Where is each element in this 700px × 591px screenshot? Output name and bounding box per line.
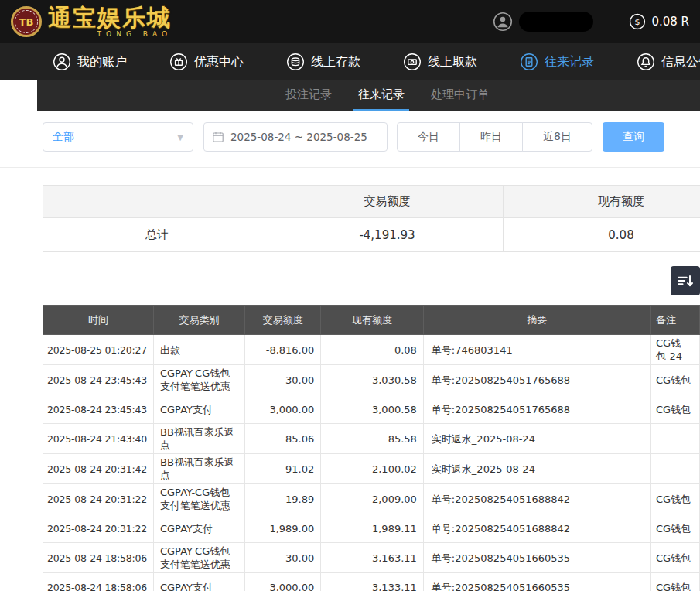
table-row: 2025-08-24 20:31:22 CGPAY支付 1,989.00 1,9… [43,514,700,543]
nav-item-label: 线上取款 [428,54,477,70]
cell-balance: 3,030.58 [321,365,424,395]
main-nav: 我的账户 优惠中心 线上存款 线上取款 [0,43,700,80]
summary-header-empty [43,186,271,218]
cell-amount: 91.02 [244,454,320,484]
cell-balance: 0.08 [321,335,424,365]
logo-title: 通宝娱乐城 [48,5,172,30]
topbar-right: $ 0.08 R [493,12,689,32]
site-logo[interactable]: TB 通宝娱乐城 TONG BAO [11,5,172,39]
table-row: 2025-08-24 21:43:40 BB视讯百家乐返点 85.06 85.5… [43,424,700,454]
cell-note [650,424,699,454]
cell-balance: 3,133.11 [321,573,424,591]
cell-time: 2025-08-24 18:58:06 [43,543,154,573]
table-row: 2025-08-24 18:58:06 CGPAY-CG钱包支付笔笔送优惠 30… [43,543,700,573]
nav-item-records[interactable]: 往来记录 [520,53,594,71]
svg-text:$: $ [635,17,640,27]
cell-amount: 3,000.00 [244,395,320,424]
filter-row: 全部 ▼ 2025-08-24 ~ 2025-08-25 今日 昨日 近8日 查… [43,122,700,152]
nav-item-label: 线上存款 [311,54,360,70]
type-select[interactable]: 全部 ▼ [43,122,193,152]
tab-transaction-records[interactable]: 往来记录 [353,80,409,111]
summary-header-transaction: 交易额度 [271,186,504,218]
cell-type: CGPAY-CG钱包支付笔笔送优惠 [153,484,244,514]
cell-summary: 单号:202508254051660535 [423,543,650,573]
cell-type: BB视讯百家乐返点 [153,454,244,484]
cell-type: CGPAY-CG钱包支付笔笔送优惠 [153,365,244,395]
cell-type: CGPAY支付 [153,573,244,591]
summary-total-row: 总计 -4,191.93 0.08 [43,218,700,252]
cell-amount: 85.06 [244,424,320,454]
nav-item-deposit[interactable]: 线上存款 [286,53,360,71]
tab-betting-records[interactable]: 投注记录 [281,80,336,111]
cell-time: 2025-08-24 20:31:22 [43,514,154,543]
nav-item-my-account[interactable]: 我的账户 [53,53,127,71]
date-range-picker[interactable]: 2025-08-24 ~ 2025-08-25 [203,122,388,152]
cell-amount: 30.00 [244,543,320,573]
table-row: 2025-08-24 20:31:42 BB视讯百家乐返点 91.02 2,10… [43,454,700,484]
topbar: TB 通宝娱乐城 TONG BAO $ 0.08 R [0,0,700,43]
chevron-down-icon: ▼ [177,133,183,142]
nav-item-withdraw[interactable]: 线上取款 [403,53,477,71]
cell-summary: 单号:746803141 [423,335,650,365]
withdraw-icon [403,53,422,71]
cell-summary: 单号:202508254051765688 [423,365,650,395]
cell-note: CG钱包 [650,365,699,395]
header-note: 备注 [650,306,699,335]
table-row: 2025-08-24 18:58:06 CGPAY支付 3,000.00 3,1… [43,573,700,591]
summary-table: 交易额度 现有额度 总计 -4,191.93 0.08 [43,185,700,252]
last-8-days-button[interactable]: 近8日 [522,122,592,152]
cell-summary: 单号:202508254051688842 [423,484,650,514]
cell-note: CG钱包 [650,395,699,424]
quick-date-buttons: 今日 昨日 近8日 [397,122,592,152]
table-row: 2025-08-24 23:45:43 CGPAY支付 3,000.00 3,0… [43,395,700,424]
date-range-value: 2025-08-24 ~ 2025-08-25 [230,131,367,143]
cell-type: 出款 [153,335,244,365]
nav-item-label: 我的账户 [77,54,127,70]
header-time: 时间 [43,306,154,335]
cell-summary: 单号:202508254051688842 [423,514,650,543]
chip-label: TB [19,16,34,28]
header-balance: 现有额度 [321,306,424,335]
cell-amount: -8,816.00 [244,335,320,365]
cell-note [650,454,699,484]
cell-summary: 单号:202508254051765688 [423,395,650,424]
cell-time: 2025-08-24 20:31:22 [43,484,154,514]
cell-amount: 3,000.00 [244,573,320,591]
sort-row [0,266,700,296]
cell-summary: 实时返水_2025-08-24 [423,454,650,484]
balance-amount: 0.08 R [651,15,689,29]
calendar-icon [212,131,224,143]
cell-summary: 实时返水_2025-08-24 [423,424,650,454]
user-avatar-icon[interactable] [493,12,513,32]
user-icon [53,53,71,71]
search-button[interactable]: 查询 [603,122,664,152]
cell-amount: 19.89 [244,484,320,514]
records-table: 时间 交易类别 交易额度 现有额度 摘要 备注 2025-08-25 01:20… [43,305,700,591]
sub-tabs: 投注记录 往来记录 处理中订单 [37,80,700,111]
cell-balance: 3,163.11 [321,543,424,573]
cell-note: CG钱包 [650,573,699,591]
nav-item-label: 信息公告 [661,54,700,70]
cell-time: 2025-08-24 18:58:06 [43,573,154,591]
header-summary: 摘要 [423,306,650,335]
table-row: 2025-08-24 23:45:43 CGPAY-CG钱包支付笔笔送优惠 30… [43,365,700,395]
nav-item-announcements[interactable]: 信息公告 [637,53,700,71]
header-type: 交易类别 [153,306,244,335]
cell-time: 2025-08-25 01:20:27 [43,335,154,365]
yesterday-button[interactable]: 昨日 [459,122,523,152]
today-button[interactable]: 今日 [397,122,460,152]
sort-button[interactable] [671,266,700,296]
cell-amount: 30.00 [244,365,320,395]
nav-item-label: 优惠中心 [194,54,244,70]
cell-balance: 2,009.00 [321,484,424,514]
cell-balance: 3,000.58 [321,395,424,424]
content: 全部 ▼ 2025-08-24 ~ 2025-08-25 今日 昨日 近8日 查… [0,122,700,591]
nav-item-promotions[interactable]: 优惠中心 [169,53,244,71]
summary-total-balance: 0.08 [504,218,700,252]
tab-processing-orders[interactable]: 处理中订单 [426,80,493,111]
summary-total-transaction: -4,191.93 [271,218,504,252]
nav-item-label: 往来记录 [545,54,594,70]
summary-header-balance: 现有额度 [504,186,700,218]
bell-icon [637,53,655,71]
gift-icon [169,53,188,71]
